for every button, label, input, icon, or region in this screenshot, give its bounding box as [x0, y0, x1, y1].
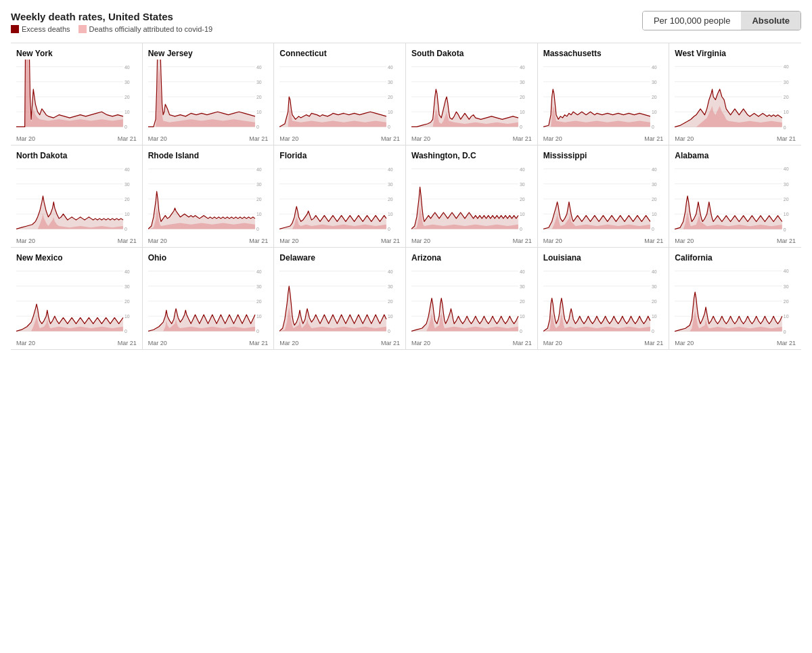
svg-text:40: 40 [256, 167, 262, 172]
chart-area: 403020100 [279, 264, 400, 338]
svg-text:0: 0 [256, 227, 259, 231]
svg-text:0: 0 [652, 227, 654, 231]
svg-text:30: 30 [388, 182, 393, 187]
svg-text:40: 40 [388, 65, 393, 70]
legend-excess-label: Excess deaths [22, 25, 70, 33]
chart-cell-louisiana: Louisiana 403020100 Mar 20Mar 21 [538, 248, 670, 350]
x-axis-labels: Mar 20Mar 21 [675, 238, 796, 244]
svg-text:10: 10 [125, 212, 130, 217]
svg-text:20: 20 [652, 197, 657, 202]
page-header: Weekly death rates, United States Excess… [11, 11, 801, 33]
svg-text:40: 40 [388, 269, 393, 274]
x-axis-labels: Mar 20Mar 21 [411, 135, 532, 142]
svg-text:10: 10 [652, 314, 657, 319]
view-toggle[interactable]: Per 100,000 people Absolute [642, 11, 801, 30]
svg-text:20: 20 [652, 95, 657, 99]
chart-cell-florida: Florida 403020100 Mar 20Mar 21 [274, 145, 406, 248]
svg-text:20: 20 [784, 197, 789, 202]
svg-text:0: 0 [520, 227, 522, 231]
svg-text:10: 10 [388, 314, 393, 319]
svg-text:0: 0 [256, 329, 259, 334]
page-title: Weekly death rates, United States [11, 11, 212, 22]
x-axis-labels: Mar 20Mar 21 [148, 238, 269, 244]
svg-text:30: 30 [784, 182, 789, 187]
chart-title: California [675, 253, 796, 263]
legend-excess: Excess deaths [11, 25, 70, 33]
svg-text:10: 10 [125, 110, 130, 114]
toggle-absolute[interactable]: Absolute [741, 12, 800, 30]
svg-text:0: 0 [388, 125, 390, 129]
svg-text:0: 0 [652, 125, 654, 129]
chart-area: 403020100 [543, 60, 664, 134]
chart-area: 403020100 [16, 60, 137, 134]
chart-cell-north-dakota: North Dakota 403020100 Mar 20Mar 21 [11, 145, 143, 248]
svg-text:0: 0 [784, 227, 786, 232]
svg-text:40: 40 [784, 269, 789, 273]
chart-title: South Dakota [411, 49, 532, 58]
svg-text:30: 30 [388, 80, 393, 85]
chart-area: 403020100 [16, 264, 137, 338]
svg-text:20: 20 [652, 299, 657, 304]
svg-text:40: 40 [256, 65, 262, 70]
svg-text:30: 30 [520, 80, 525, 85]
svg-text:40: 40 [520, 65, 525, 70]
svg-text:30: 30 [256, 182, 262, 187]
chart-cell-west-virginia: West Virginia 403020100 Mar 20Mar 21 [669, 43, 801, 145]
chart-cell-new-jersey: New Jersey 403020100 Mar 20Mar 21 [143, 43, 275, 145]
svg-text:10: 10 [388, 110, 393, 114]
svg-text:20: 20 [388, 95, 393, 99]
legend-excess-icon [11, 25, 19, 33]
svg-text:20: 20 [256, 299, 262, 304]
chart-cell-rhode-island: Rhode Island 403020100 Mar 20Mar 21 [143, 145, 275, 248]
x-axis-labels: Mar 20Mar 21 [148, 340, 269, 346]
svg-text:40: 40 [520, 269, 525, 274]
chart-cell-mississippi: Mississippi 403020100 Mar 20Mar 21 [538, 145, 670, 248]
x-axis-labels: Mar 20Mar 21 [411, 340, 532, 346]
svg-text:30: 30 [784, 284, 789, 289]
legend-covid-label: Deaths officially attributed to covid-19 [89, 25, 213, 33]
svg-text:0: 0 [125, 227, 127, 231]
chart-area: 403020100 [279, 60, 400, 134]
svg-text:20: 20 [520, 95, 525, 99]
chart-title: North Dakota [16, 151, 137, 160]
x-axis-labels: Mar 20Mar 21 [279, 135, 400, 142]
svg-text:30: 30 [652, 80, 657, 85]
svg-text:0: 0 [256, 125, 259, 129]
svg-text:10: 10 [784, 314, 789, 319]
chart-title: Ohio [148, 253, 269, 263]
svg-text:30: 30 [256, 284, 262, 289]
chart-title: Connecticut [279, 49, 400, 58]
chart-cell-south-dakota: South Dakota 403020100 Mar 20Mar 21 [406, 43, 538, 145]
svg-text:20: 20 [125, 299, 130, 304]
x-axis-labels: Mar 20Mar 21 [16, 238, 137, 244]
svg-text:0: 0 [125, 125, 127, 129]
svg-text:30: 30 [520, 284, 525, 289]
chart-cell-new-york: New York 403020100 Mar 20Mar 21 [11, 43, 143, 145]
x-axis-labels: Mar 20Mar 21 [16, 135, 137, 142]
svg-text:20: 20 [520, 197, 525, 202]
x-axis-labels: Mar 20Mar 21 [543, 238, 664, 244]
svg-text:0: 0 [784, 125, 786, 130]
svg-text:0: 0 [520, 329, 522, 334]
svg-text:20: 20 [784, 299, 789, 304]
chart-area: 403020100 [543, 264, 664, 338]
chart-cell-arizona: Arizona 403020100 Mar 20Mar 21 [406, 248, 538, 350]
x-axis-labels: Mar 20Mar 21 [675, 135, 796, 142]
svg-text:10: 10 [652, 212, 657, 217]
svg-text:10: 10 [520, 314, 525, 319]
chart-cell-alabama: Alabama 403020100 Mar 20Mar 21 [669, 145, 801, 248]
svg-text:30: 30 [388, 284, 393, 289]
x-axis-labels: Mar 20Mar 21 [543, 340, 664, 346]
toggle-per100k[interactable]: Per 100,000 people [643, 12, 741, 30]
svg-text:0: 0 [652, 329, 654, 334]
chart-area: 403020100 [148, 162, 269, 236]
chart-title: New Mexico [16, 253, 137, 263]
x-axis-labels: Mar 20Mar 21 [675, 340, 796, 346]
svg-text:20: 20 [520, 299, 525, 304]
svg-text:40: 40 [125, 167, 130, 172]
chart-cell-ohio: Ohio 403020100 Mar 20Mar 21 [143, 248, 275, 350]
x-axis-labels: Mar 20Mar 21 [148, 135, 269, 142]
svg-text:20: 20 [388, 299, 393, 304]
svg-text:40: 40 [784, 64, 789, 69]
svg-text:30: 30 [125, 284, 130, 289]
